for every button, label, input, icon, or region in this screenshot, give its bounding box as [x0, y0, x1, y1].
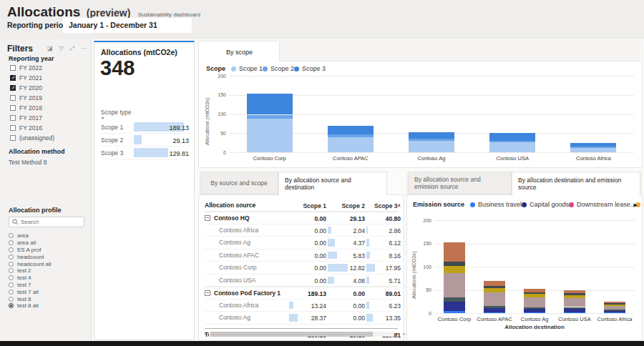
- radio-icon[interactable]: [9, 275, 14, 280]
- eraser-icon[interactable]: ◪: [47, 45, 53, 52]
- bar-segment[interactable]: [247, 119, 293, 152]
- tab-by-allocation-destination-and-emission-source[interactable]: By allocation destination and emission s…: [512, 172, 640, 195]
- bar-segment[interactable]: [604, 310, 625, 310]
- radio-icon[interactable]: [9, 240, 14, 245]
- allocation-profile-option[interactable]: test 4: [9, 275, 52, 282]
- bar-segment[interactable]: [570, 143, 616, 147]
- table-row[interactable]: Contoso Ag 28.370.0013.35: [205, 312, 398, 325]
- checkbox-icon[interactable]: [10, 95, 16, 101]
- bar-segment[interactable]: [489, 142, 535, 152]
- expand-icon[interactable]: ⤢: [70, 45, 74, 52]
- table-row[interactable]: Contoso Ag 0.004.376.12: [205, 237, 398, 249]
- table-row[interactable]: Contoso Africa 13.240.006.23: [205, 300, 398, 312]
- table-row[interactable]: Contoso Africa 0.002.042.86: [205, 224, 398, 237]
- table-row[interactable]: Contoso Corp 0.0012.8217.95: [205, 262, 398, 275]
- bar-segment[interactable]: [564, 298, 585, 307]
- bar-segment[interactable]: [524, 309, 545, 312]
- radio-icon[interactable]: [9, 233, 14, 238]
- allocation-profile-option[interactable]: ES A prof: [9, 247, 52, 254]
- bar-segment[interactable]: [564, 290, 585, 294]
- bar-segment[interactable]: [604, 311, 625, 313]
- reporting-year-option[interactable]: FY 2016: [10, 123, 54, 133]
- radio-icon[interactable]: [9, 290, 14, 295]
- bar-segment[interactable]: [247, 94, 293, 114]
- bar-segment[interactable]: [489, 133, 535, 141]
- checkbox-icon[interactable]: [10, 125, 16, 131]
- reporting-year-option[interactable]: FY 2018: [10, 103, 54, 113]
- bar-segment[interactable]: [604, 306, 625, 310]
- reporting-year-option[interactable]: (unassigned): [10, 133, 54, 143]
- radio-icon[interactable]: [9, 282, 14, 287]
- bar-segment[interactable]: [604, 302, 625, 304]
- tab-by-source-and-scope[interactable]: By source and scope: [200, 172, 278, 194]
- kpi-column-header[interactable]: Scope type ▲: [101, 109, 132, 119]
- bar-segment[interactable]: [409, 139, 454, 141]
- radio-icon[interactable]: [9, 297, 14, 302]
- checkbox-icon[interactable]: [10, 105, 16, 111]
- checkbox-icon[interactable]: [10, 75, 16, 81]
- allocation-profile-option[interactable]: test 7 all: [9, 288, 52, 295]
- bar-segment[interactable]: [484, 308, 505, 312]
- bar-segment[interactable]: [564, 293, 585, 295]
- column-header[interactable]: Scope 3∧: [366, 199, 401, 211]
- bar-segment[interactable]: [524, 297, 545, 307]
- checkbox-icon[interactable]: [10, 115, 16, 121]
- bar-segment[interactable]: [570, 148, 616, 152]
- legend-item[interactable]: Business travel: [470, 201, 522, 208]
- bar-segment[interactable]: [524, 292, 545, 295]
- table-row[interactable]: Contoso APAC 0.005.838.16: [205, 249, 398, 262]
- table-row[interactable]: −Contoso Pod Factory 1 189.130.0089.01: [205, 287, 398, 300]
- bar-segment[interactable]: [444, 302, 465, 311]
- allocation-profile-option[interactable]: test 8 all: [9, 302, 52, 310]
- bar-segment[interactable]: [564, 309, 585, 312]
- bar-segment[interactable]: [409, 132, 454, 139]
- chevron-down-icon[interactable]: ⌄: [402, 330, 406, 335]
- bar-segment[interactable]: [604, 303, 625, 304]
- legend-item[interactable]: Scope 3: [294, 65, 326, 72]
- allocation-profile-option[interactable]: test 8: [9, 295, 52, 302]
- column-header[interactable]: Allocation source: [205, 202, 289, 209]
- bar-segment[interactable]: [444, 266, 465, 273]
- more-options-icon[interactable]: ⋯: [81, 45, 87, 52]
- bar-segment[interactable]: [570, 147, 616, 148]
- bar-segment[interactable]: [328, 137, 374, 152]
- tab-by-scope[interactable]: By scope: [200, 42, 280, 61]
- bar-segment[interactable]: [484, 281, 505, 286]
- bar-segment[interactable]: [484, 306, 505, 308]
- allocation-profile-option[interactable]: headcount all: [9, 260, 52, 267]
- bar-segment[interactable]: [489, 141, 535, 142]
- allocation-profile-option[interactable]: test 7: [9, 282, 52, 289]
- bar-segment[interactable]: [444, 273, 465, 297]
- allocation-profile-option[interactable]: headcount: [9, 253, 52, 260]
- reporting-year-option[interactable]: FY 2022: [10, 63, 54, 73]
- tab-by-allocation-source-and-destination[interactable]: By allocation source and destination: [278, 172, 387, 195]
- collapse-icon[interactable]: −: [205, 290, 210, 296]
- horizontal-scrollbar[interactable]: ‹ ›: [202, 331, 401, 337]
- bar-segment[interactable]: [524, 289, 545, 292]
- table-row[interactable]: Contoso USA 0.004.085.71: [205, 275, 398, 287]
- collapse-icon[interactable]: −: [205, 215, 210, 221]
- bar-segment[interactable]: [409, 141, 454, 152]
- allocations-kpi-card[interactable]: Allocations (mtCO2e) 348 Scope type ▲ Sc…: [94, 41, 195, 340]
- table-row[interactable]: −Contoso HQ 0.0029.1340.80: [205, 212, 398, 224]
- kpi-scope-row[interactable]: Scope 2 29.13: [101, 134, 190, 147]
- scrollbar-track[interactable]: [209, 332, 394, 337]
- legend-item[interactable]: Scope 2: [263, 65, 294, 72]
- bar-segment[interactable]: [444, 262, 465, 266]
- kpi-scope-row[interactable]: Scope 3 129.81: [101, 147, 190, 159]
- legend-item[interactable]: Capital goods: [522, 201, 569, 208]
- reporting-year-option[interactable]: FY 2017: [10, 113, 54, 123]
- scroll-right-icon[interactable]: ›: [394, 331, 401, 337]
- bar-segment[interactable]: [484, 312, 505, 313]
- bar-segment[interactable]: [524, 312, 545, 313]
- bar-segment[interactable]: [524, 294, 545, 297]
- bar-segment[interactable]: [524, 307, 545, 309]
- bar-segment[interactable]: [444, 242, 465, 262]
- profile-search-input[interactable]: [21, 219, 78, 225]
- bar-segment[interactable]: [444, 297, 465, 302]
- bar-segment[interactable]: [604, 305, 625, 306]
- legend-item[interactable]: Scope 1: [231, 65, 263, 72]
- radio-icon[interactable]: [9, 268, 14, 273]
- checkbox-icon[interactable]: [10, 85, 16, 91]
- radio-icon[interactable]: [9, 247, 14, 252]
